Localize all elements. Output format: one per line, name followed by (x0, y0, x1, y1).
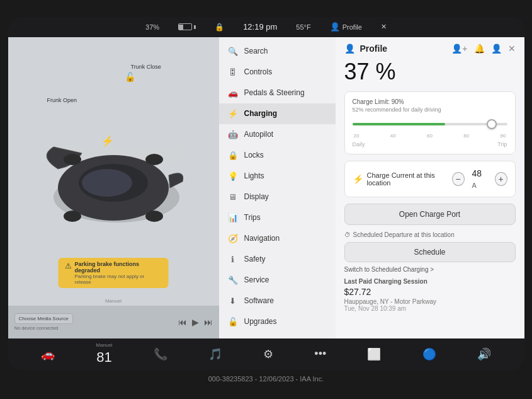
battery-percentage: 37% (145, 23, 159, 31)
marker-20: 20 (354, 133, 359, 139)
more-icon: ••• (314, 347, 326, 361)
taskbar-window-button[interactable]: ⬜ (367, 347, 381, 361)
temperature-display: 55°F (296, 23, 310, 31)
pedals-icon: 🚗 (228, 88, 238, 98)
menu-item-controls[interactable]: 🎛 Controls (219, 62, 336, 83)
menu-label-trips: Trips (244, 213, 261, 222)
play-button[interactable]: ▶ (192, 317, 199, 327)
taskbar-temp[interactable]: Manuel 81 (96, 342, 112, 366)
menu-label-search: Search (244, 47, 268, 55)
profile-add-icon[interactable]: 👤+ (451, 43, 467, 54)
battery-percentage-large: 37 % (344, 59, 516, 85)
menu-item-search[interactable]: 🔍 Search (219, 41, 336, 62)
fast-forward-button[interactable]: ⏭ (204, 317, 213, 327)
slider-thumb[interactable] (487, 119, 497, 129)
marker-80: 80 (463, 133, 469, 139)
menu-item-pedals[interactable]: 🚗 Pedals & Steering (219, 83, 336, 103)
software-icon: ⬇ (228, 296, 238, 306)
window-icon: ⬜ (367, 347, 381, 361)
menu-item-display[interactable]: 🖥 Display (219, 187, 336, 207)
taskbar-car-button[interactable]: 🚗 (41, 347, 55, 361)
switch-charging-link[interactable]: Switch to Scheduled Charging > (344, 266, 516, 273)
taskbar-phone-button[interactable]: 📞 (154, 347, 167, 361)
menu-item-trips[interactable]: 📊 Trips (219, 207, 336, 228)
lights-icon: 💡 (228, 171, 238, 181)
menu-item-safety[interactable]: ℹ Safety (219, 249, 336, 270)
amps-value: 48 A (472, 168, 487, 190)
marker-90: 90 (501, 133, 506, 139)
profile-icon: 👤 (330, 22, 340, 32)
content-panel: 👤 Profile 👤+ 🔔 👤 ✕ 37 % Charge Limit: 90… (336, 37, 524, 338)
car-image (31, 137, 195, 238)
media-source-button[interactable]: Choose Media Source (14, 313, 73, 324)
manual-temp-label: Manuel (105, 298, 122, 304)
apps-icon: ⚙ (263, 347, 273, 361)
warning-box: ⚠ Parking brake functions degraded Parki… (59, 258, 169, 288)
schedule-button[interactable]: Schedule (344, 242, 516, 262)
last-session-location: Hauppauge, NY - Motor Parkway (344, 298, 516, 305)
trunk-label[interactable]: Trunk Close (131, 64, 161, 71)
profile-close-icon[interactable]: ✕ (508, 43, 516, 54)
charge-limit-slider[interactable] (353, 118, 507, 130)
menu-label-service: Service (244, 275, 269, 284)
charge-current-icon: ⚡ (353, 174, 363, 184)
slider-markers: 20 40 60 80 90 (353, 133, 507, 139)
svg-point-6 (64, 211, 81, 222)
menu-label-autopilot: Autopilot (244, 130, 274, 139)
controls-icon: 🎛 (228, 67, 238, 77)
svg-point-5 (145, 154, 163, 165)
charging-icon: ⚡ (228, 109, 238, 119)
menu-label-software: Software (244, 296, 274, 305)
open-charge-port-button[interactable]: Open Charge Port (344, 204, 516, 225)
menu-item-locks[interactable]: 🔒 Locks (219, 145, 336, 166)
car-visualization: Trunk Close Frunk Open 🔓 ⚡ (8, 37, 219, 338)
menu-item-software[interactable]: ⬇ Software (219, 291, 336, 311)
frunk-label[interactable]: Frunk Open (47, 97, 77, 104)
menu-item-charging[interactable]: ⚡ Charging (219, 103, 336, 124)
slider-fill (353, 123, 446, 125)
taskbar-music-button[interactable]: 🎵 (208, 347, 222, 361)
taskbar-dots-button[interactable]: ••• (314, 347, 326, 361)
profile-bell-icon[interactable]: 🔔 (474, 43, 485, 54)
profile-person-icon[interactable]: 👤 (491, 43, 502, 54)
car-icon: 🚗 (41, 347, 55, 361)
charge-current-label: ⚡ Charge Current at this location (353, 171, 452, 187)
taskbar-apps-button[interactable]: ⚙ (263, 347, 273, 361)
media-bar: Choose Media Source No device connected … (8, 306, 219, 338)
menu-item-service[interactable]: 🔧 Service (219, 270, 336, 291)
music-icon: 🎵 (208, 347, 222, 361)
scheduled-departure-label: ⏱ Scheduled Departure at this location (344, 231, 516, 238)
main-area: Trunk Close Frunk Open 🔓 ⚡ (8, 37, 524, 338)
profile-area[interactable]: 👤 Profile (330, 22, 362, 32)
slider-label-daily: Daily (353, 141, 365, 147)
status-bar: 37% 🔒 12:19 pm 55°F 👤 Profile ✕ (8, 17, 524, 37)
svg-point-3 (82, 169, 132, 197)
taskbar-volume-button[interactable]: 🔊 (477, 347, 491, 361)
charge-current-controls: − 48 A + (452, 168, 507, 190)
decrease-amps-button[interactable]: − (452, 172, 465, 186)
taskbar: 🚗 Manuel 81 📞 🎵 ⚙ ••• ⬜ 🔵 🔊 (8, 338, 524, 370)
menu-label-pedals: Pedals & Steering (244, 88, 305, 97)
rewind-button[interactable]: ⏮ (178, 317, 187, 327)
menu-item-autopilot[interactable]: 🤖 Autopilot (219, 124, 336, 145)
warning-text: Parking brake functions degraded Parking… (75, 261, 162, 285)
taskbar-bluetooth-button[interactable]: 🔵 (422, 347, 436, 361)
increase-amps-button[interactable]: + (495, 172, 507, 186)
profile-avatar-icon: 👤 (344, 43, 355, 54)
menu-label-locks: Locks (244, 151, 264, 159)
locks-icon: 🔒 (228, 151, 238, 160)
charge-limit-box: Charge Limit: 90% 52% recommended for da… (344, 91, 516, 154)
svg-point-4 (64, 154, 81, 165)
menu-item-lights[interactable]: 💡 Lights (219, 166, 336, 187)
last-session-title: Last Paid Charging Session (344, 278, 516, 285)
car-lock-pin: 🔓 (125, 72, 135, 82)
warning-icon: ⚠ (65, 262, 72, 270)
svg-point-7 (145, 211, 163, 222)
menu-item-upgrades[interactable]: 🔓 Upgrades (219, 311, 336, 332)
charge-limit-label: Charge Limit: 90% (353, 98, 507, 105)
menu-item-navigation[interactable]: 🧭 Navigation (219, 228, 336, 249)
signal-icon: ✕ (381, 23, 387, 31)
charge-current-box: ⚡ Charge Current at this location − 48 A… (344, 161, 516, 197)
no-device-label: No device connected (14, 325, 73, 331)
lock-icon: 🔒 (215, 23, 224, 32)
